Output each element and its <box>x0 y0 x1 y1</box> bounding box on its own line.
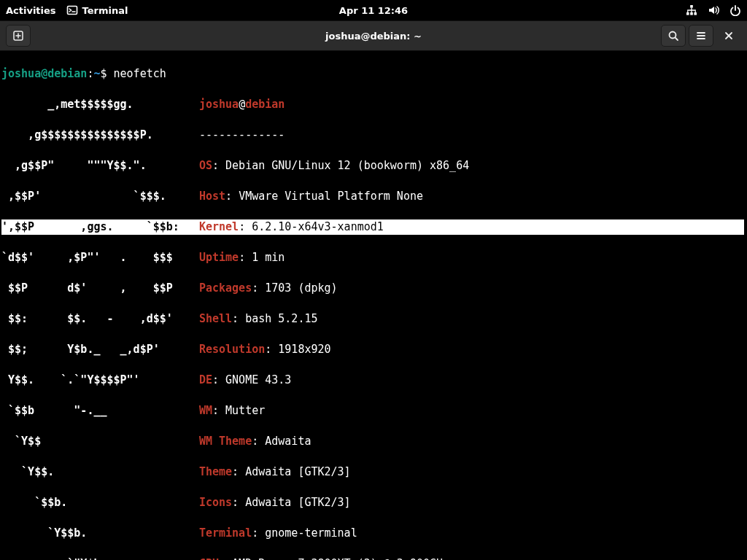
hamburger-icon <box>695 30 707 42</box>
volume-icon[interactable] <box>708 4 719 16</box>
menu-button[interactable] <box>689 25 713 47</box>
new-tab-icon <box>12 30 24 42</box>
command-text: neofetch <box>114 67 166 80</box>
activities-button[interactable]: Activities <box>6 5 56 16</box>
current-app-label: Terminal <box>82 5 128 16</box>
current-app-indicator[interactable]: Terminal <box>66 4 128 16</box>
selected-line: ',$$P ,ggs. `$$b: Kernel: 6.2.10-x64v3-x… <box>1 219 744 235</box>
prompt-line-1: joshua@debian:~$ neofetch <box>1 66 744 82</box>
terminal-icon <box>66 4 78 16</box>
new-tab-button[interactable] <box>6 25 31 47</box>
search-icon <box>667 30 679 42</box>
window-title: joshua@debian: ~ <box>325 31 422 42</box>
gnome-top-bar: Activities Terminal Apr 11 12:46 <box>0 0 747 20</box>
terminal-viewport[interactable]: joshua@debian:~$ neofetch _,met$$$$$gg. … <box>0 51 747 560</box>
search-button[interactable] <box>661 25 686 47</box>
svg-rect-4 <box>694 12 697 15</box>
svg-rect-2 <box>686 12 689 15</box>
power-icon[interactable] <box>729 4 741 16</box>
close-icon <box>724 31 734 41</box>
network-icon[interactable] <box>686 4 697 16</box>
svg-point-6 <box>670 32 676 39</box>
svg-rect-1 <box>690 5 693 8</box>
close-button[interactable] <box>716 25 741 47</box>
svg-rect-3 <box>690 12 693 15</box>
clock[interactable]: Apr 11 12:46 <box>339 5 408 16</box>
svg-rect-0 <box>67 7 77 15</box>
terminal-headerbar: joshua@debian: ~ <box>0 20 747 51</box>
